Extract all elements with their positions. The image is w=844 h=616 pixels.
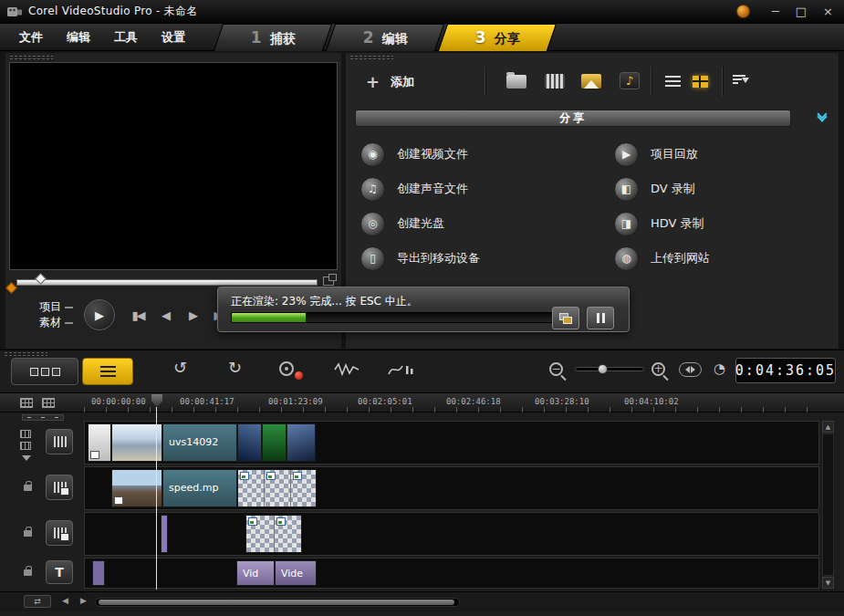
title-clip-1[interactable]: Vid	[236, 560, 275, 586]
overlay-track-1-row[interactable]: speed.mp	[84, 466, 819, 510]
storyboard-view-button[interactable]	[11, 358, 78, 385]
lock-icon[interactable]	[24, 569, 32, 576]
close-button[interactable]: ×	[823, 5, 833, 17]
hdv-record-option[interactable]: ◨ HDV 录制	[614, 212, 826, 236]
video-clip-thumb-3[interactable]	[237, 423, 262, 462]
seek-bar[interactable]	[16, 279, 318, 286]
zoom-slider[interactable]	[575, 367, 644, 371]
overlay-clip[interactable]: speed.mp	[162, 469, 237, 507]
title-track-row[interactable]: Vid Vide	[84, 558, 819, 589]
clock-icon[interactable]: ◔	[714, 360, 725, 377]
scroll-down-button[interactable]: ▼	[822, 577, 834, 589]
audio-filter-icon[interactable]	[387, 362, 414, 377]
scroll-left-button[interactable]: ◀	[62, 597, 68, 605]
video-clip-thumb-5[interactable]	[287, 423, 316, 462]
photo-media-filter-icon[interactable]	[581, 74, 601, 89]
menu-file[interactable]: 文件	[7, 26, 55, 49]
project-mode[interactable]: 项目	[26, 299, 73, 315]
sort-icon[interactable]	[733, 75, 749, 88]
browse-folder-icon[interactable]	[506, 75, 526, 89]
play-button[interactable]: ▶	[84, 299, 115, 330]
project-mode-label: 项目	[39, 300, 61, 313]
scroll-right-button[interactable]: ▶	[80, 597, 87, 605]
timecode-display[interactable]: 0:04:36:05	[735, 358, 836, 383]
menu-tools[interactable]: 工具	[102, 26, 150, 49]
list-view-icon[interactable]	[665, 76, 681, 88]
project-playback-option[interactable]: ▶ 项目回放	[614, 142, 826, 167]
go-to-start-button[interactable]: ▮◀	[126, 304, 150, 326]
scroll-mode-button[interactable]: ⇄	[24, 595, 51, 608]
sound-mixer-icon[interactable]	[334, 362, 359, 377]
overlay-film-icon	[52, 527, 67, 538]
title-track-button[interactable]: T	[46, 560, 73, 584]
render-background-button[interactable]	[552, 307, 579, 329]
track-grid-icon[interactable]	[42, 398, 55, 408]
minimize-button[interactable]: ─	[772, 5, 779, 17]
overlay-transparent-clips[interactable]	[245, 515, 302, 553]
ripple-edit-icon[interactable]	[20, 430, 31, 438]
video-track-row[interactable]: uvs14092	[84, 421, 819, 465]
lock-icon[interactable]	[24, 530, 32, 537]
redo-button[interactable]: ↻	[228, 360, 242, 376]
overlay-track-1-button[interactable]	[46, 475, 73, 500]
tab-capture[interactable]: 1 捕获	[214, 24, 332, 51]
zoom-out-icon[interactable]: −	[549, 362, 563, 376]
menu-edit[interactable]: 编辑	[55, 26, 102, 49]
overlay-clip-thumb[interactable]	[111, 469, 162, 507]
lock-icon[interactable]	[24, 485, 32, 491]
zoom-in-icon[interactable]: +	[651, 362, 665, 376]
ruler-scale[interactable]: 00:00:00:00 00:00:41:17 00:01:23:09 00:0…	[84, 393, 819, 412]
share-options: ◉ 创建视频文件 ▶ 项目回放 ♫ 创建声音文件 ◧ DV 录制 ◎ 创建光盘 …	[360, 137, 826, 276]
share-section-header: 分享	[355, 110, 791, 127]
video-clip-thumb-1[interactable]	[88, 423, 111, 462]
scroll-up-button[interactable]: ▲	[822, 421, 834, 433]
clip-mode[interactable]: 素材	[26, 315, 73, 330]
collapse-panel-button[interactable]	[809, 108, 835, 128]
tab-share[interactable]: 3 分享	[438, 24, 557, 51]
panel-grip[interactable]	[4, 351, 47, 357]
export-mobile-device-option[interactable]: ▯ 导出到移动设备	[360, 246, 614, 271]
track-list-icon[interactable]	[20, 398, 33, 408]
next-frame-button[interactable]: ▶	[181, 304, 204, 326]
menu-settings[interactable]: 设置	[150, 26, 197, 49]
title-clip-sliver[interactable]	[92, 560, 105, 586]
timeline-ruler[interactable]: 00:00:00:00 00:00:41:17 00:01:23:09 00:0…	[0, 392, 844, 412]
previous-frame-button[interactable]: ◀	[153, 304, 177, 326]
tab-edit[interactable]: 2 编辑	[326, 24, 444, 51]
track-manager-strip[interactable]	[22, 414, 64, 421]
add-button[interactable]: + 添加	[357, 68, 423, 97]
create-audio-file-option[interactable]: ♫ 创建声音文件	[360, 177, 614, 202]
thumbnail-view-icon[interactable]	[693, 76, 708, 88]
undo-button[interactable]: ↺	[173, 360, 187, 376]
overlay-track-2-row[interactable]	[84, 512, 819, 556]
upload-website-option[interactable]: ◍ 上传到网站	[614, 246, 826, 271]
maximize-button[interactable]: □	[796, 5, 807, 17]
vertical-scrollbar[interactable]	[822, 433, 834, 576]
audio-media-filter-icon[interactable]: ♪	[620, 72, 640, 89]
zoom-slider-knob[interactable]	[598, 364, 608, 374]
video-clip-thumb-2[interactable]	[111, 423, 162, 462]
create-disc-option[interactable]: ◎ 创建光盘	[360, 212, 614, 236]
video-clip[interactable]: uvs14092	[162, 423, 237, 462]
overlay-track-2-button[interactable]	[46, 520, 73, 546]
fit-project-icon[interactable]	[679, 362, 702, 377]
overlay-transparent-clips[interactable]	[237, 469, 317, 507]
overlay-clip-sliver[interactable]	[161, 515, 168, 553]
video-track-button[interactable]	[46, 429, 73, 454]
chevron-down-icon[interactable]	[22, 455, 31, 465]
panel-grip[interactable]	[9, 55, 53, 60]
ripple-edit-icon[interactable]	[20, 442, 31, 450]
panel-grip[interactable]	[349, 55, 393, 60]
record-capture-icon[interactable]	[279, 361, 303, 380]
video-media-filter-icon[interactable]	[545, 74, 565, 89]
dv-record-option[interactable]: ◧ DV 录制	[614, 177, 826, 202]
horizontal-scrollbar[interactable]	[95, 598, 460, 607]
title-clip-2[interactable]: Vide	[275, 560, 317, 586]
video-clip-thumb-4[interactable]	[262, 423, 287, 462]
app-logo-icon	[7, 5, 22, 18]
timeline-view-button[interactable]	[82, 358, 133, 385]
render-pause-button[interactable]	[587, 307, 614, 329]
create-video-file-option[interactable]: ◉ 创建视频文件	[360, 142, 614, 167]
enlarge-preview-icon[interactable]	[323, 277, 334, 286]
horizontal-scrollbar-thumb[interactable]	[99, 600, 454, 605]
